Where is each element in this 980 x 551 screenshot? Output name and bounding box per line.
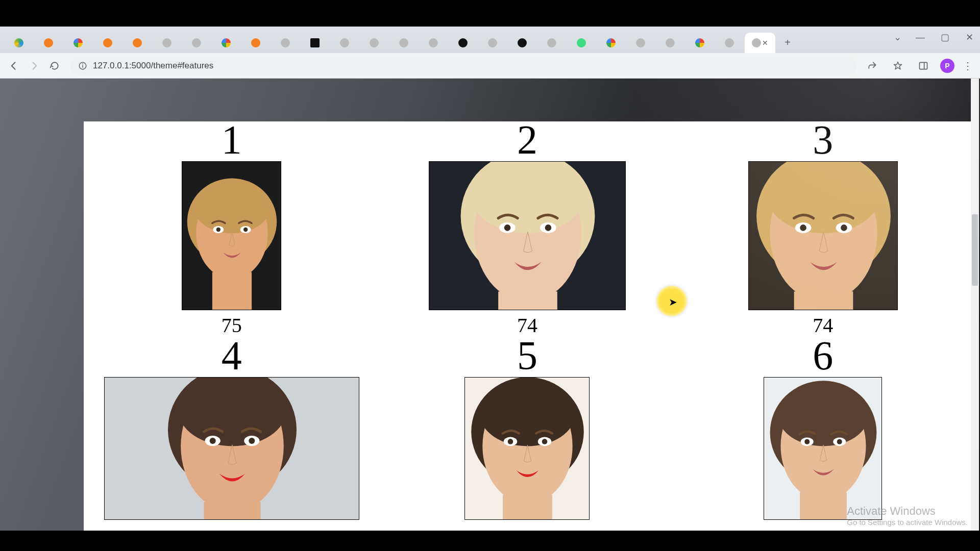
chrome-menu-button[interactable]: ⋮: [963, 60, 973, 72]
result-cell: 4: [84, 337, 379, 520]
tab-favicon-icon: [695, 38, 704, 47]
browser-tab[interactable]: [360, 33, 388, 53]
browser-tab[interactable]: [182, 33, 211, 53]
result-image[interactable]: [748, 161, 898, 310]
svg-rect-31: [794, 291, 853, 310]
tab-favicon-icon: [666, 38, 675, 47]
page-scrollbar[interactable]: [971, 79, 979, 531]
tab-favicon-icon: [192, 38, 201, 47]
svg-point-48: [542, 439, 548, 444]
svg-point-57: [837, 439, 842, 444]
bookmark-star-icon[interactable]: [889, 57, 906, 74]
browser-tab[interactable]: [64, 33, 92, 53]
tab-favicon-icon: [547, 38, 556, 47]
letterbox-bottom: [0, 531, 980, 551]
browser-tab[interactable]: [449, 33, 477, 53]
side-panel-icon[interactable]: [915, 57, 932, 74]
browser-tab[interactable]: [34, 33, 63, 53]
browser-tab[interactable]: [153, 33, 181, 53]
result-image[interactable]: [104, 377, 359, 520]
result-image[interactable]: [764, 377, 882, 520]
browser-tab[interactable]: [241, 33, 270, 53]
browser-tab[interactable]: [626, 33, 655, 53]
tab-favicon-icon: [14, 38, 23, 47]
result-image[interactable]: [182, 161, 281, 310]
result-rank: 6: [813, 335, 833, 376]
tab-favicon-icon: [725, 38, 734, 47]
tab-favicon-icon: [74, 38, 83, 47]
browser-tab[interactable]: [685, 33, 714, 53]
tab-favicon-icon: [458, 38, 468, 47]
browser-tabstrip: ✕ + ⌄ — ▢ ✕: [0, 27, 980, 53]
forward-button[interactable]: [26, 57, 43, 74]
url-text: 127.0.0.1:5000/theme#features: [93, 61, 213, 71]
avatar-letter: P: [945, 62, 949, 70]
page-viewport: 1 752 743 744 5: [0, 79, 980, 531]
tab-favicon-icon: [340, 38, 349, 47]
new-tab-button[interactable]: +: [779, 34, 796, 51]
tab-favicon-icon: [518, 38, 527, 47]
tab-favicon-icon: [370, 38, 379, 47]
result-rank: 1: [222, 121, 242, 160]
browser-tab[interactable]: [330, 33, 359, 53]
svg-rect-49: [503, 495, 552, 520]
address-bar[interactable]: 127.0.0.1:5000/theme#features: [70, 57, 856, 75]
result-cell: 1 75: [84, 121, 379, 337]
window-minimize-button[interactable]: —: [915, 32, 926, 43]
browser-tab[interactable]: [715, 33, 744, 53]
tab-favicon-icon: [222, 38, 231, 47]
svg-point-11: [216, 228, 220, 232]
svg-point-53: [779, 386, 868, 446]
result-image[interactable]: [429, 161, 626, 310]
tab-close-icon[interactable]: ✕: [762, 39, 768, 47]
browser-tab[interactable]: [271, 33, 300, 53]
window-close-button[interactable]: ✕: [964, 32, 975, 43]
browser-tab[interactable]: [419, 33, 448, 53]
tab-favicon-icon: [251, 38, 260, 47]
window-maximize-button[interactable]: ▢: [939, 32, 950, 43]
svg-point-12: [243, 228, 248, 232]
svg-point-56: [805, 439, 810, 444]
browser-tab[interactable]: ✕: [745, 33, 775, 53]
scrollbar-thumb[interactable]: [972, 214, 978, 286]
site-info-icon[interactable]: [78, 61, 88, 71]
browser-tab[interactable]: [656, 33, 684, 53]
browser-tab[interactable]: [537, 33, 566, 53]
svg-rect-40: [204, 502, 260, 520]
reload-button[interactable]: [46, 57, 63, 74]
browser-tab[interactable]: [5, 33, 33, 53]
tab-favicon-icon: [606, 38, 616, 47]
result-rank: 2: [517, 121, 537, 160]
svg-rect-58: [800, 492, 847, 520]
plus-icon: +: [785, 37, 791, 48]
svg-point-21: [545, 224, 552, 231]
result-cell: 3 74: [675, 121, 971, 337]
results-card: 1 752 743 744 5: [84, 121, 971, 531]
svg-point-29: [800, 224, 806, 231]
browser-tab[interactable]: [567, 33, 596, 53]
svg-point-30: [841, 224, 847, 231]
svg-rect-3: [920, 62, 927, 69]
browser-tab[interactable]: [508, 33, 536, 53]
browser-tab[interactable]: [301, 33, 329, 53]
profile-avatar[interactable]: P: [940, 59, 954, 73]
tab-favicon-icon: [429, 38, 438, 47]
result-rank: 5: [517, 335, 537, 376]
browser-tab[interactable]: [478, 33, 507, 53]
result-image[interactable]: [464, 377, 590, 520]
results-grid: 1 752 743 744 5: [84, 121, 971, 520]
browser-tab[interactable]: [93, 33, 122, 53]
browser-tab[interactable]: [389, 33, 418, 53]
result-rank: 4: [222, 335, 242, 376]
back-button[interactable]: [5, 57, 22, 74]
svg-point-8: [194, 183, 270, 233]
browser-tab[interactable]: [123, 33, 152, 53]
browser-tab[interactable]: [597, 33, 625, 53]
browser-toolbar: 127.0.0.1:5000/theme#features P ⋮: [0, 53, 980, 79]
share-icon[interactable]: [864, 57, 881, 74]
browser-tab[interactable]: [212, 33, 240, 53]
tab-favicon-icon: [636, 38, 645, 47]
tab-favicon-icon: [281, 38, 290, 47]
tabs-dropdown-icon[interactable]: ⌄: [894, 32, 901, 43]
result-cell: 2 74: [379, 121, 675, 337]
